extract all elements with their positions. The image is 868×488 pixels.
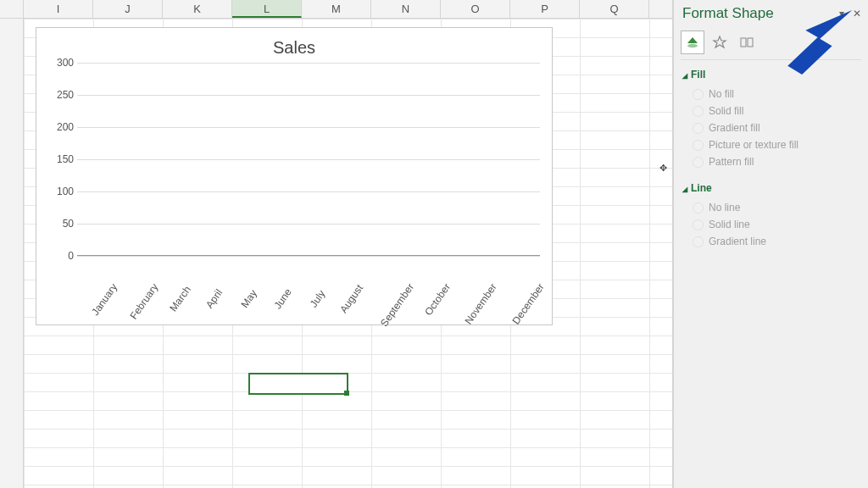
fill-option[interactable]: Picture or texture fill bbox=[693, 136, 861, 153]
x-label: May bbox=[234, 281, 264, 316]
x-label: November bbox=[463, 281, 499, 326]
column-header-N[interactable]: N bbox=[371, 0, 441, 18]
x-label: August bbox=[337, 281, 367, 316]
y-tick: 250 bbox=[43, 89, 74, 101]
embedded-chart[interactable]: Sales 050100150200250300 JanuaryFebruary… bbox=[36, 27, 553, 325]
pane-title: Format Shape bbox=[682, 5, 774, 22]
x-label: January bbox=[89, 281, 120, 318]
column-header-K[interactable]: K bbox=[163, 0, 232, 18]
pane-close-icon[interactable]: ✕ bbox=[853, 8, 861, 19]
svg-marker-1 bbox=[714, 36, 726, 47]
y-tick: 50 bbox=[43, 218, 74, 230]
tab-effects[interactable] bbox=[708, 30, 732, 54]
x-label: December bbox=[509, 281, 546, 326]
column-header-I[interactable]: I bbox=[24, 0, 93, 18]
fill-option[interactable]: No fill bbox=[693, 86, 861, 103]
y-tick: 150 bbox=[43, 153, 74, 165]
fill-option[interactable]: Gradient fill bbox=[693, 119, 861, 136]
x-label: March bbox=[165, 281, 195, 316]
pane-tabs bbox=[674, 30, 868, 54]
selected-cell[interactable] bbox=[248, 373, 348, 395]
x-label: June bbox=[269, 281, 298, 316]
x-label: October bbox=[422, 281, 453, 318]
column-header-L[interactable]: L bbox=[232, 0, 302, 18]
column-header-P[interactable]: P bbox=[510, 0, 580, 18]
chart-title[interactable]: Sales bbox=[36, 28, 552, 63]
column-header-O[interactable]: O bbox=[441, 0, 510, 18]
x-label: September bbox=[378, 281, 416, 329]
excel-window: IJKLMNOPQ ✥ Sales 050100150200250300 Jan… bbox=[0, 0, 868, 488]
line-option[interactable]: Gradient line bbox=[693, 233, 861, 250]
y-axis: 050100150200250300 bbox=[43, 63, 74, 256]
svg-rect-2 bbox=[741, 38, 746, 47]
line-option[interactable]: No line bbox=[693, 199, 861, 216]
fill-option[interactable]: Pattern fill bbox=[693, 153, 861, 170]
tab-fill-line[interactable] bbox=[681, 30, 704, 54]
section-fill-header[interactable]: Fill bbox=[674, 64, 868, 84]
row-header-gutter bbox=[0, 19, 24, 488]
worksheet[interactable]: IJKLMNOPQ ✥ Sales 050100150200250300 Jan… bbox=[0, 0, 673, 488]
line-option[interactable]: Solid line bbox=[693, 216, 861, 233]
fill-options: No fillSolid fillGradient fillPicture or… bbox=[674, 84, 868, 177]
svg-point-0 bbox=[687, 44, 698, 47]
y-tick: 100 bbox=[43, 186, 74, 197]
plot-area[interactable]: 050100150200250300 bbox=[77, 63, 540, 256]
column-header-Q[interactable]: Q bbox=[580, 0, 649, 18]
format-shape-pane: Format Shape ▾ ✕ Fill No fillSolid fillG… bbox=[673, 0, 868, 488]
x-axis-labels: JanuaryFebruaryMarchAprilMayJuneJulyAugu… bbox=[77, 263, 540, 274]
x-label: April bbox=[200, 281, 230, 316]
x-label: July bbox=[303, 281, 332, 316]
line-options: No lineSolid lineGradient line bbox=[674, 197, 868, 257]
y-tick: 300 bbox=[43, 57, 74, 69]
y-tick: 200 bbox=[43, 121, 74, 133]
column-header-J[interactable]: J bbox=[93, 0, 163, 18]
move-cursor-icon: ✥ bbox=[659, 163, 667, 174]
column-header-row: IJKLMNOPQ bbox=[0, 0, 672, 19]
tab-size-properties[interactable] bbox=[735, 30, 759, 54]
column-header-M[interactable]: M bbox=[302, 0, 371, 18]
y-tick: 0 bbox=[43, 250, 74, 262]
pane-menu-icon[interactable]: ▾ bbox=[839, 8, 844, 19]
fill-option[interactable]: Solid fill bbox=[693, 103, 861, 119]
x-label: February bbox=[127, 281, 160, 321]
svg-rect-3 bbox=[748, 38, 753, 47]
section-line-header[interactable]: Line bbox=[674, 177, 868, 197]
